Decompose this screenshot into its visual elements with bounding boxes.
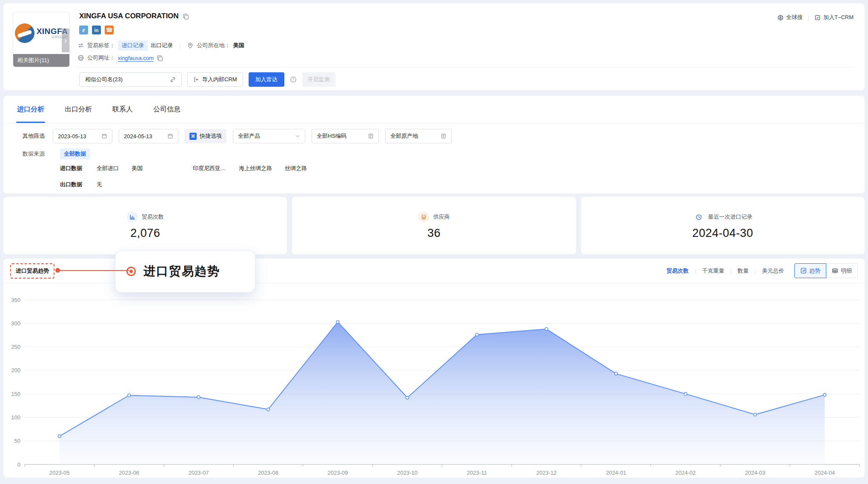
svg-text:2024-01: 2024-01 [606, 470, 626, 476]
join-tcrm-button[interactable]: 加入T–CRM [814, 14, 854, 21]
info-icon[interactable] [290, 76, 297, 83]
trade-tag-icon [77, 42, 84, 49]
source-item[interactable]: 全部进口 [97, 165, 119, 172]
svg-text:2023-11: 2023-11 [467, 470, 487, 476]
svg-text:2023-06: 2023-06 [119, 470, 139, 476]
linkedin-icon[interactable]: in [92, 26, 101, 34]
svg-text:2024-02: 2024-02 [676, 470, 696, 476]
link-icon [170, 77, 176, 83]
website-social-icon[interactable]: e [79, 26, 88, 34]
analysis-panel: 进口分析 出口分析 联系人 公司信息 其他筛选 2023-05-13 2024-… [3, 96, 865, 194]
logo-carousel-next-icon[interactable]: › [62, 28, 69, 52]
stat-card-last-import: 最近一次进口记录 2024-04-30 [581, 197, 865, 254]
view-trend-button[interactable]: 趋势 [794, 263, 826, 278]
export-data-value: 无 [97, 181, 102, 188]
stat-label: 贸易次数 [142, 213, 164, 221]
date-from-input[interactable]: 2023-05-13 [53, 129, 112, 143]
clock-icon [693, 211, 704, 222]
quick-options-button[interactable]: ⌘ 快捷选项 [185, 129, 226, 143]
calendar-icon [101, 133, 107, 139]
other-filter-label: 其他筛选 [23, 132, 45, 140]
tab-import-analysis[interactable]: 进口分析 [16, 96, 45, 123]
svg-text:2023-10: 2023-10 [397, 470, 418, 476]
product-select[interactable]: 全部产品 [233, 129, 305, 143]
callout-dot [55, 268, 60, 273]
stat-label: 供应商 [433, 213, 450, 221]
company-logo-card[interactable]: XINGFA GROUP › 相关图片(11) [13, 12, 70, 67]
svg-text:2024-03: 2024-03 [745, 470, 765, 476]
svg-text:0: 0 [17, 461, 20, 468]
tab-export-analysis[interactable]: 出口分析 [64, 96, 93, 123]
import-record-tag[interactable]: 进口记录 [118, 40, 148, 51]
globe-icon [77, 54, 84, 61]
location-value: 美国 [233, 42, 244, 49]
svg-text:150: 150 [11, 391, 20, 397]
svg-text:2023-09: 2023-09 [328, 470, 348, 476]
add-radar-button[interactable]: 加入雷达 [249, 72, 284, 87]
table-icon [832, 268, 838, 274]
tab-company-info[interactable]: 公司信息 [152, 96, 181, 123]
stat-value: 2,076 [130, 227, 160, 240]
trend-icon [800, 268, 807, 274]
copy-icon[interactable] [183, 13, 189, 20]
company-header-panel: XINGFA GROUP › 相关图片(11) XINGFA USA CORPO… [3, 3, 865, 90]
global-search-button[interactable]: 全球搜 [777, 14, 803, 21]
import-crm-button[interactable]: 导入内部CRM [187, 72, 243, 87]
chart-section-title: 进口贸易趋势 [10, 263, 54, 279]
start-monitor-button[interactable]: 开启监测 [302, 72, 335, 87]
logo-globe-icon [15, 23, 34, 43]
metric-trade-count[interactable]: 贸易次数 [667, 267, 689, 275]
origin-select[interactable]: 全部原产地 [385, 129, 452, 143]
tcrm-icon [814, 14, 821, 21]
tab-contacts[interactable]: 联系人 [112, 96, 134, 123]
header-divider [76, 67, 854, 68]
metric-quantity[interactable]: 数量 [738, 267, 749, 275]
stat-card-suppliers: 供应商 36 [292, 197, 576, 254]
stat-card-trade-count: 贸易次数 2,076 [3, 197, 287, 254]
svg-text:350: 350 [11, 297, 20, 303]
svg-text:2024-04: 2024-04 [814, 470, 835, 476]
all-data-tag[interactable]: 全部数据 [60, 148, 90, 159]
metric-usd-total[interactable]: 美元总价 [762, 267, 784, 275]
website-link[interactable]: xingfausa.com [118, 55, 154, 61]
export-data-label: 出口数据 [60, 181, 97, 188]
shop-icon [418, 211, 429, 222]
svg-text:50: 50 [14, 438, 20, 444]
stat-value: 36 [427, 227, 441, 240]
source-item[interactable]: 海上丝绸之路 [239, 165, 272, 172]
source-item[interactable]: 印度尼西亚… [193, 165, 226, 172]
import-data-label: 进口数据 [60, 165, 97, 172]
related-images-label[interactable]: 相关图片(11) [13, 54, 69, 67]
svg-text:250: 250 [11, 344, 20, 350]
callout-connector-line [57, 270, 129, 271]
copy-website-icon[interactable] [157, 55, 163, 61]
source-item[interactable]: 美国 [132, 165, 143, 172]
tab-bar: 进口分析 出口分析 联系人 公司信息 [16, 96, 181, 123]
trade-label: 贸易标签： [87, 42, 115, 49]
similar-companies-button[interactable]: 相似公司名(23) [79, 72, 182, 87]
global-search-icon [777, 14, 784, 21]
svg-text:200: 200 [11, 367, 20, 373]
view-detail-button[interactable]: 明细 [826, 263, 858, 278]
company-logo: XINGFA GROUP [13, 12, 69, 54]
metric-kg-weight[interactable]: 千克重量 [702, 267, 724, 275]
callout-tooltip: 进口贸易趋势 [115, 250, 255, 293]
company-name: XINGFA USA CORPORATION [79, 12, 179, 20]
list-icon [441, 133, 447, 139]
svg-text:2023-05: 2023-05 [49, 470, 70, 476]
website-label: 公司网址： [87, 54, 115, 62]
export-record-tag[interactable]: 出口记录 [151, 42, 173, 49]
calendar-icon [167, 133, 173, 139]
page: XINGFA GROUP › 相关图片(11) XINGFA USA CORPO… [0, 0, 868, 484]
source-item[interactable]: 丝绸之路 [285, 165, 307, 172]
hs-code-select[interactable]: 全部HS编码 [312, 129, 379, 143]
svg-text:2023-07: 2023-07 [189, 470, 209, 476]
location-icon [187, 42, 194, 49]
callout-title: 进口贸易趋势 [143, 263, 220, 279]
data-source-label: 数据来源 [23, 150, 60, 158]
svg-text:2023-08: 2023-08 [258, 470, 278, 476]
import-icon [193, 77, 199, 83]
bar-chart-icon [127, 211, 138, 222]
phone-icon[interactable]: ☎ [105, 26, 114, 34]
date-to-input[interactable]: 2024-05-13 [119, 129, 178, 143]
